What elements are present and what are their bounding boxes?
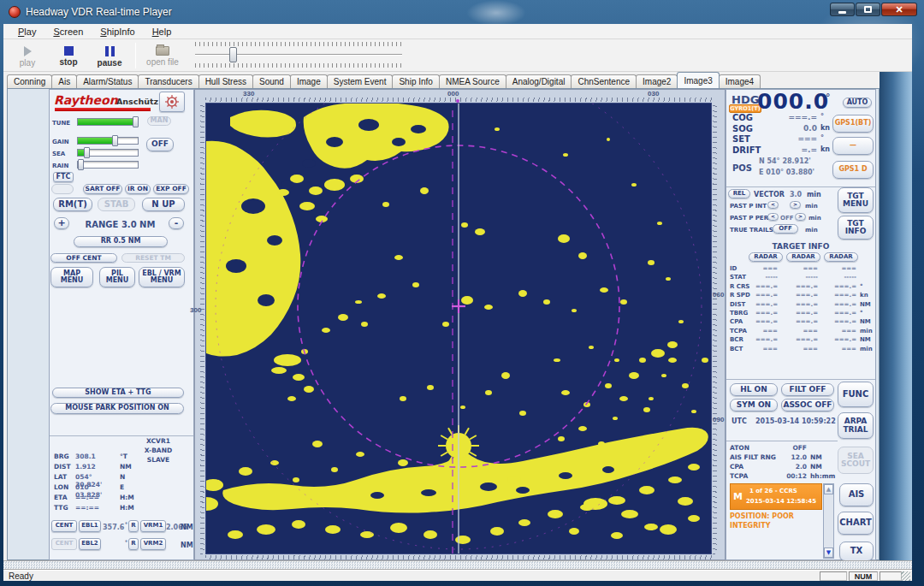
tgt-menu-button[interactable]: TGT MENU xyxy=(838,187,874,213)
tab[interactable]: Analog/Digital xyxy=(506,74,572,88)
chart-button[interactable]: CHART xyxy=(838,512,874,535)
tab[interactable]: Image4 xyxy=(719,74,761,88)
menu-item[interactable]: Screen xyxy=(45,25,91,38)
cent-button-2[interactable]: CENT xyxy=(51,538,77,550)
mouse-park-button[interactable]: MOUSE PARK POSITION ON xyxy=(50,403,184,414)
rain-slider[interactable] xyxy=(77,161,139,169)
close-button[interactable]: ✕ xyxy=(881,3,917,16)
tab[interactable]: Sound xyxy=(252,74,291,88)
tab[interactable]: Ais xyxy=(51,74,77,88)
menu-item[interactable]: Play xyxy=(10,25,44,38)
horizontal-scrollbar[interactable] xyxy=(3,560,912,570)
vrm2-button[interactable]: VRM2 xyxy=(140,538,166,550)
radar-target-button-1[interactable]: RADAR xyxy=(749,252,783,262)
range-rings-button[interactable]: RR 0.5 NM xyxy=(74,236,168,247)
assoc-off-button[interactable]: ASSOC OFF xyxy=(781,399,834,411)
pause-button[interactable]: pause xyxy=(89,41,130,72)
past-int-decrease-button[interactable]: < xyxy=(767,201,779,209)
func-button[interactable]: FUNC xyxy=(838,382,874,407)
alert-scrollbar[interactable]: ▲ ▼ xyxy=(823,483,834,559)
heading-line-on-button[interactable]: HL ON xyxy=(730,383,778,396)
auto-button[interactable]: AUTO xyxy=(843,98,872,108)
symbols-on-button[interactable]: SYM ON xyxy=(730,399,778,411)
tab[interactable]: Alarm/Status xyxy=(76,74,139,88)
reset-tm-button[interactable]: RESET TM xyxy=(121,253,185,263)
exp-off-button[interactable]: EXP OFF xyxy=(153,184,189,194)
tab[interactable]: Image2 xyxy=(636,74,678,88)
slider-thumb[interactable] xyxy=(84,147,90,158)
past-per-decrease-button[interactable]: < xyxy=(767,213,779,221)
cog-source-button[interactable]: — xyxy=(832,137,874,155)
pos-latitude: N 54° 28.912' xyxy=(759,157,811,165)
past-per-increase-button[interactable]: > xyxy=(795,213,806,221)
north-up-button[interactable]: N UP xyxy=(142,198,185,211)
ebl1-relative-button[interactable]: R xyxy=(128,520,139,532)
ir-on-button[interactable]: IR ON xyxy=(125,184,151,194)
ebl2-relative-button[interactable]: R xyxy=(128,538,139,550)
sea-slider[interactable] xyxy=(77,149,139,157)
timeline-slider-track[interactable] xyxy=(195,54,402,56)
cent-button-1[interactable]: CENT xyxy=(51,520,77,532)
true-trails-off-button[interactable]: OFF xyxy=(773,224,798,234)
map-menu-button[interactable]: MAP MENU xyxy=(50,267,93,287)
gps1-bt-button[interactable]: GPS1(BT) xyxy=(832,115,874,133)
tab[interactable]: Ship Info xyxy=(392,74,439,88)
radar-target-button-2[interactable]: RADAR xyxy=(786,252,820,262)
stop-button[interactable]: stop xyxy=(48,41,89,72)
off-button[interactable]: OFF xyxy=(146,138,174,151)
pil-menu-button[interactable]: PIL MENU xyxy=(99,267,135,287)
tgt-info-button[interactable]: TGT INFO xyxy=(838,216,874,240)
radar-ppi-display[interactable] xyxy=(205,103,712,554)
tab[interactable]: Image3 xyxy=(677,72,719,88)
vrm1-button[interactable]: VRM1 xyxy=(140,520,166,532)
filter-off-button[interactable]: FILT OFF xyxy=(781,383,834,396)
gain-slider[interactable] xyxy=(77,137,139,145)
ebl-vrm-menu-button[interactable]: EBL / VRM MENU xyxy=(139,267,185,287)
ais-button[interactable]: AIS xyxy=(839,483,874,506)
ebl1-button[interactable]: EBL1 xyxy=(79,520,101,532)
radar-logo-button[interactable] xyxy=(159,92,185,112)
range-decrease-button[interactable]: - xyxy=(169,217,184,229)
sea-scout-button[interactable]: SEA SCOUT xyxy=(838,447,874,474)
slider-thumb[interactable] xyxy=(112,135,118,146)
tab[interactable]: System Event xyxy=(327,74,394,88)
slider-thumb[interactable] xyxy=(78,159,84,170)
scroll-down-button[interactable]: ▼ xyxy=(824,548,833,558)
resize-grip[interactable] xyxy=(901,571,910,581)
tune-slider[interactable] xyxy=(77,118,139,126)
sart-off-button[interactable]: SART OFF xyxy=(83,184,122,194)
maximize-button[interactable] xyxy=(856,3,880,16)
minimize-button[interactable] xyxy=(830,3,855,16)
tab[interactable]: NMEA Source xyxy=(439,74,506,88)
play-button[interactable]: play xyxy=(7,41,48,72)
gps1-d-button[interactable]: GPS1 D xyxy=(832,161,874,179)
tab[interactable]: Hull Stress xyxy=(198,74,253,88)
stab-button[interactable]: STAB xyxy=(98,198,135,211)
menu-item[interactable]: Help xyxy=(145,25,180,38)
tab[interactable]: Image xyxy=(290,74,328,88)
tab[interactable]: Conning xyxy=(7,74,52,88)
tx-button[interactable]: TX xyxy=(839,542,874,561)
bearing-label-030: 030 xyxy=(648,90,659,98)
alert-banner[interactable]: M 1 of 26 - CCRS 2015-03-14 12:58:45 xyxy=(730,483,822,510)
slider-thumb[interactable] xyxy=(133,116,139,127)
off-center-button[interactable]: OFF CENT xyxy=(50,253,117,263)
target-value-3: ===.= xyxy=(826,292,856,299)
tab[interactable]: ChnSentence xyxy=(571,74,637,88)
menu-item[interactable]: ShipInfo xyxy=(92,25,142,38)
ftc-button[interactable]: FTC xyxy=(53,172,74,182)
rm-mode-button[interactable]: RM(T) xyxy=(53,198,92,211)
radar-target-button-3[interactable]: RADAR xyxy=(824,252,858,262)
show-eta-ttg-button[interactable]: SHOW ETA + TTG xyxy=(52,388,184,398)
blank-button[interactable] xyxy=(51,184,74,194)
ebl2-button[interactable]: EBL2 xyxy=(79,538,101,550)
arpa-trial-button[interactable]: ARPA TRIAL xyxy=(838,412,874,439)
rel-vector-button[interactable]: REL xyxy=(728,189,750,198)
open-file-button[interactable]: open file xyxy=(139,41,187,72)
tab[interactable]: Transducers xyxy=(138,74,198,88)
scroll-up-button[interactable]: ▲ xyxy=(824,484,833,494)
range-increase-button[interactable]: + xyxy=(54,217,69,229)
man-button[interactable]: MAN xyxy=(147,116,171,126)
past-int-increase-button[interactable]: > xyxy=(790,201,801,209)
timeline-slider-thumb[interactable] xyxy=(229,47,237,62)
